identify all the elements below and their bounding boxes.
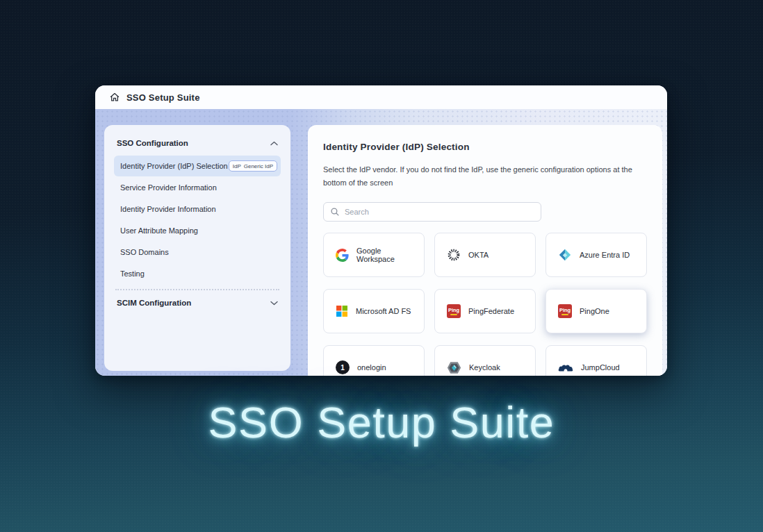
provider-card-google-workspace[interactable]: Google Workspace xyxy=(323,233,425,277)
onelogin-digit: 1 xyxy=(341,364,345,372)
okta-logo-icon xyxy=(447,248,461,262)
page-description: Select the IdP vendor. If you do not fin… xyxy=(323,163,647,189)
ping-logo-underline xyxy=(450,314,457,315)
ping-logo-icon: Ping xyxy=(558,304,572,318)
sidebar-item-service-provider-information[interactable]: Service Provider Information xyxy=(114,176,281,198)
sso-setup-window: SSO Setup Suite SSO Configuration Identi… xyxy=(95,85,667,376)
ping-logo-icon: Ping xyxy=(447,304,461,318)
provider-card-jumpcloud[interactable]: JumpCloud xyxy=(545,345,647,376)
sidebar-item-testing[interactable]: Testing xyxy=(114,263,281,284)
provider-name: OKTA xyxy=(468,251,489,259)
sidebar-item-idp-selection[interactable]: Identity Provider (IdP) Selection IdP Ge… xyxy=(114,156,281,176)
provider-name: onelogin xyxy=(357,363,386,372)
neon-title: SSO Setup Suite xyxy=(0,397,763,447)
sidebar-item-identity-provider-information[interactable]: Identity Provider Information xyxy=(114,198,281,219)
provider-card-pingone[interactable]: Ping PingOne xyxy=(545,289,647,333)
provider-card-pingfederate[interactable]: Ping PingFederate xyxy=(434,289,536,333)
provider-card-onelogin[interactable]: 1 onelogin xyxy=(323,345,425,376)
badge-label: Generic IdP xyxy=(244,163,273,169)
search-icon xyxy=(330,207,340,217)
ping-logo-underline xyxy=(561,314,568,315)
provider-card-azure-entra-id[interactable]: Azure Entra ID xyxy=(545,233,647,277)
ping-logo-text: Ping xyxy=(559,308,571,313)
app-title: SSO Setup Suite xyxy=(126,92,200,103)
jumpcloud-logo-icon xyxy=(558,363,573,372)
provider-card-okta[interactable]: OKTA xyxy=(434,233,536,277)
provider-name: Microsoft AD FS xyxy=(356,307,411,315)
provider-name: Keycloak xyxy=(469,363,500,372)
azure-entra-logo-icon xyxy=(558,248,572,262)
chevron-up-icon xyxy=(270,141,278,146)
generic-idp-badge: IdP Generic IdP xyxy=(229,160,277,172)
window-body: SSO Configuration Identity Provider (IdP… xyxy=(95,109,667,376)
provider-name: PingOne xyxy=(580,307,609,315)
provider-card-microsoft-ad-fs[interactable]: Microsoft AD FS xyxy=(323,289,425,333)
ping-logo-text: Ping xyxy=(448,308,459,313)
sidebar-divider xyxy=(115,289,279,290)
google-logo-icon xyxy=(336,249,349,262)
provider-grid: Google Workspace OKTA xyxy=(323,233,647,376)
main-content-panel: Identity Provider (IdP) Selection Select… xyxy=(308,125,662,376)
search-input[interactable] xyxy=(345,208,534,216)
sidebar: SSO Configuration Identity Provider (IdP… xyxy=(104,125,290,371)
sidebar-item-sso-domains[interactable]: SSO Domains xyxy=(114,241,281,263)
provider-name: Azure Entra ID xyxy=(580,251,630,259)
sidebar-item-label: Identity Provider (IdP) Selection xyxy=(120,162,228,170)
section-label: SSO Configuration xyxy=(117,139,188,147)
home-icon[interactable] xyxy=(109,92,120,103)
sidebar-section-scim-configuration[interactable]: SCIM Configuration xyxy=(114,293,281,315)
provider-card-keycloak[interactable]: Keycloak xyxy=(434,345,536,376)
sidebar-section-sso-configuration[interactable]: SSO Configuration xyxy=(114,138,281,156)
keycloak-logo-icon xyxy=(447,361,461,374)
window-header: SSO Setup Suite xyxy=(95,85,667,109)
provider-search xyxy=(323,202,541,222)
badge-prefix: IdP xyxy=(233,163,241,169)
section-label: SCIM Configuration xyxy=(117,299,191,307)
onelogin-logo-icon: 1 xyxy=(336,360,350,374)
provider-name: Google Workspace xyxy=(356,247,417,263)
microsoft-logo-icon xyxy=(336,305,348,317)
page-title: Identity Provider (IdP) Selection xyxy=(323,142,647,152)
chevron-down-icon xyxy=(270,301,278,306)
provider-name: JumpCloud xyxy=(581,363,620,372)
provider-name: PingFederate xyxy=(468,307,514,315)
sidebar-item-user-attribute-mapping[interactable]: User Attribute Mapping xyxy=(114,219,281,241)
